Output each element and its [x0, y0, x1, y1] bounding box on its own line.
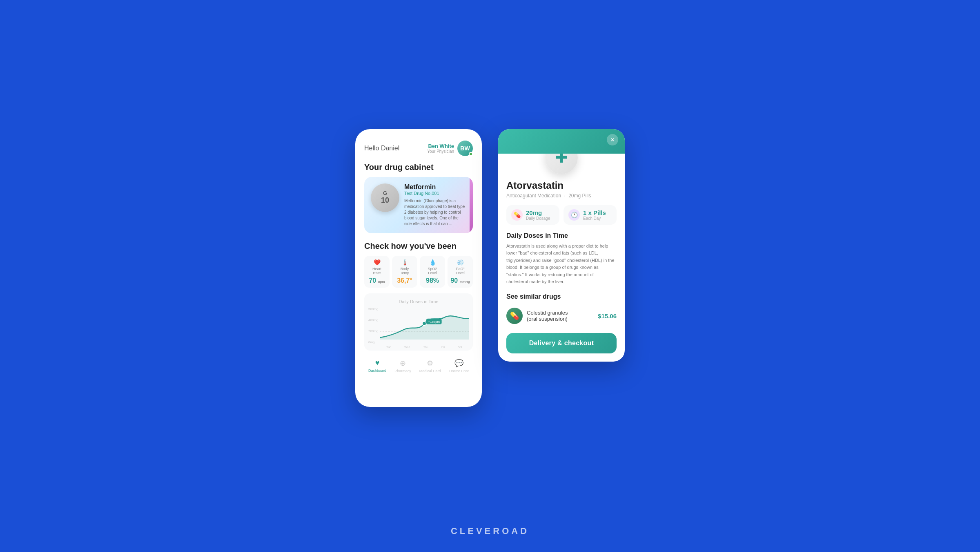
drug-card-bar	[470, 177, 473, 233]
spo2-icon: 💧	[422, 259, 443, 266]
heart-label: HeartRate	[367, 267, 387, 276]
dosage-frequency-label: Each Day	[583, 216, 606, 221]
similar-drug-image: 💊	[506, 308, 523, 324]
drug-card[interactable]: G 10 Metformin Test Drug No.001 Metformi…	[364, 177, 473, 233]
dashboard-icon: ♥	[375, 359, 380, 367]
health-section: Check how you've been ❤️ HeartRate 70 bp…	[364, 241, 473, 288]
chart-container: Daily Doses in Time 500mg 400mg 200mg 0m…	[364, 293, 473, 351]
close-button[interactable]: ×	[607, 134, 618, 145]
daily-doses-title: Daily Doses in Time	[506, 232, 617, 239]
dosage-amount-value: 20mg	[526, 209, 550, 216]
x-label-4: Fri	[441, 346, 445, 349]
dosage-card-amount: 💊 20mg Daily Dosage	[506, 205, 559, 225]
similar-drug-item[interactable]: 💊 Colestid granules(oral suspension) $15…	[506, 304, 617, 327]
modal-card: × ✚ Atorvastatin Anticoagulant Medicatio…	[498, 129, 625, 362]
bottom-nav: ♥ Dashboard ⊕ Pharmacy ⚙ Medical Card 💬 …	[364, 353, 473, 380]
checkout-button[interactable]: Delivery & checkout	[506, 333, 617, 353]
drug-subtitle: Test Drug No.001	[404, 191, 466, 196]
nav-item-dashboard[interactable]: ♥ Dashboard	[368, 359, 386, 373]
similar-drugs-title: See similar drugs	[506, 293, 617, 300]
brand-footer: CLEVEROAD	[451, 526, 529, 536]
chart-svg: +15bpm	[380, 307, 469, 340]
y-label-3: 200mg	[368, 329, 378, 333]
drug-name: Metformin	[404, 183, 466, 191]
dosage-amount-label: Daily Dosage	[526, 216, 550, 221]
avatar[interactable]: BW	[457, 141, 473, 156]
physician-name: Ben White	[427, 143, 454, 149]
nav-item-pharmacy[interactable]: ⊕ Pharmacy	[394, 359, 411, 373]
drug-cabinet-title: Your drug cabinet	[364, 163, 473, 172]
physician-name-block: Ben White Your Physician	[427, 143, 454, 154]
x-label-2: Wed	[404, 346, 410, 349]
temp-label: BodyTemp	[394, 267, 415, 276]
chart-area: 500mg 400mg 200mg 0mg +15bpm	[368, 307, 469, 344]
spo2-label: SpO2Level	[422, 267, 443, 276]
dosage-frequency-info: 1 x Pills Each Day	[583, 209, 606, 221]
y-label-1: 500mg	[368, 307, 378, 311]
x-label-3: Thu	[423, 346, 428, 349]
chart-x-labels: Tue Wed Thu Fri Sat	[368, 346, 469, 349]
svg-point-1	[422, 322, 426, 326]
pao2-label: PaO²Level	[450, 267, 470, 276]
drug-description: Metformin (Glucophage) is a medication a…	[404, 198, 466, 227]
x-label-5: Sat	[458, 346, 462, 349]
physician-info[interactable]: Ben White Your Physician BW	[427, 141, 473, 156]
phone-header: Hello Daniel Ben White Your Physician BW	[364, 141, 473, 156]
phone-left: Hello Daniel Ben White Your Physician BW…	[355, 129, 482, 407]
dosage-row: 💊 20mg Daily Dosage 🕐 1 x Pills Each Day	[506, 205, 617, 225]
x-label-1: Tue	[386, 346, 391, 349]
greeting-text: Hello Daniel	[364, 145, 399, 152]
dosage-amount-info: 20mg Daily Dosage	[526, 209, 550, 221]
nav-label-pharmacy: Pharmacy	[394, 369, 411, 373]
health-item-spo2: 💧 SpO2Level 98%	[420, 256, 445, 288]
physician-title: Your Physician	[427, 149, 454, 154]
similar-drug-name: Colestid granules(oral suspension)	[527, 310, 594, 322]
nav-label-medical-card: Medical Card	[419, 369, 441, 373]
health-grid: ❤️ HeartRate 70 bpm 🌡️ BodyTemp 36,7° 💧 …	[364, 256, 473, 288]
dosage-card-frequency: 🕐 1 x Pills Each Day	[564, 205, 617, 225]
pharmacy-icon: ⊕	[400, 359, 406, 368]
modal-body: ✚ Atorvastatin Anticoagulant Medication …	[498, 141, 625, 362]
nav-label-dashboard: Dashboard	[368, 369, 386, 373]
dosage-frequency-value: 1 x Pills	[583, 209, 606, 216]
health-title: Check how you've been	[364, 241, 473, 251]
temp-value: 36,7°	[394, 277, 415, 284]
health-item-temp: 🌡️ BodyTemp 36,7°	[392, 256, 417, 288]
spo2-value: 98%	[422, 277, 443, 284]
drug-pill-image: G 10	[371, 183, 399, 212]
similar-drug-price: $15.06	[598, 313, 617, 320]
modal-top-bar: ×	[498, 129, 625, 154]
phones-container: Hello Daniel Ben White Your Physician BW…	[355, 129, 625, 407]
nav-item-medical-card[interactable]: ⚙ Medical Card	[419, 359, 441, 373]
daily-doses-desc: Atorvastatin is used along with a proper…	[506, 243, 617, 286]
thermometer-icon: 🌡️	[394, 259, 415, 266]
pao2-icon: 💨	[450, 259, 470, 266]
doctor-chat-icon: 💬	[454, 359, 463, 368]
modal-drug-subtitle: Anticoagulant Medication · 20mg Pills	[506, 193, 617, 199]
chart-y-labels: 500mg 400mg 200mg 0mg	[368, 307, 378, 344]
medical-card-icon: ⚙	[427, 359, 433, 368]
y-label-4: 0mg	[368, 340, 378, 344]
nav-label-doctor-chat: Doctor Chat	[449, 369, 469, 373]
chart-title: Daily Doses in Time	[368, 299, 469, 304]
modal-drug-name: Atorvastatin	[506, 180, 617, 191]
health-item-pao2: 💨 PaO²Level 90 mmHg	[448, 256, 473, 288]
svg-text:+15bpm: +15bpm	[428, 320, 440, 324]
online-dot	[469, 152, 473, 156]
dosage-frequency-icon: 🕐	[568, 209, 580, 221]
y-label-2: 400mg	[368, 318, 378, 322]
dosage-amount-icon: 💊	[511, 209, 523, 221]
pao2-value: 90 mmHg	[450, 277, 470, 284]
nav-item-doctor-chat[interactable]: 💬 Doctor Chat	[449, 359, 469, 373]
health-item-heart: ❤️ HeartRate 70 bpm	[364, 256, 390, 288]
heart-icon: ❤️	[367, 259, 387, 266]
drug-info: Metformin Test Drug No.001 Metformin (Gl…	[404, 183, 466, 227]
heart-value: 70 bpm	[367, 277, 387, 284]
